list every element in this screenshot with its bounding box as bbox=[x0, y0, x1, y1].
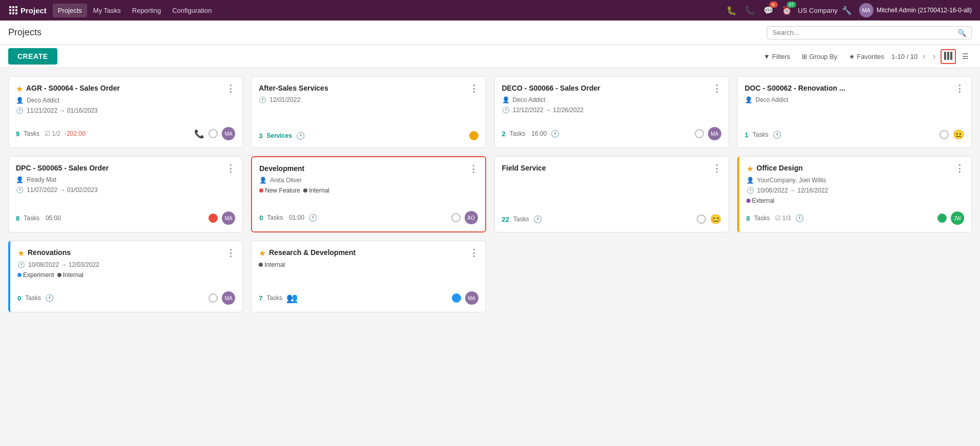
project-card-office-design[interactable]: ★ Office Design ⋮ 👤 YourCompany, Joel Wi… bbox=[737, 156, 972, 232]
phone-icon: 📞 bbox=[194, 129, 204, 139]
list-view-button[interactable]: ☰ bbox=[959, 50, 972, 62]
card-tags: External bbox=[746, 197, 964, 204]
smiley-icon: 😐 bbox=[953, 129, 964, 140]
tasks-done: ☑ 1/2 bbox=[45, 130, 60, 137]
more-menu-icon[interactable]: ⋮ bbox=[469, 248, 478, 258]
person-icon: 👤 bbox=[502, 96, 510, 103]
tag-dot-icon bbox=[57, 273, 61, 277]
page-title: Projects bbox=[8, 27, 761, 38]
menu-projects[interactable]: Projects bbox=[53, 4, 87, 17]
card-customer: 👤 Deco Addict bbox=[16, 97, 235, 104]
more-menu-icon[interactable]: ⋮ bbox=[469, 84, 478, 93]
menu-reporting[interactable]: Reporting bbox=[127, 4, 166, 17]
filters-button[interactable]: ▼ Filters bbox=[759, 51, 794, 62]
title-row: ★ Renovations bbox=[17, 248, 75, 258]
project-card-field-service[interactable]: Field Service ⋮ 22 Tasks 🕐 😊 bbox=[494, 156, 729, 232]
card-title: After-Sales Services bbox=[259, 84, 469, 92]
status-circle bbox=[695, 129, 704, 138]
wrench-icon[interactable]: 🔧 bbox=[842, 6, 852, 15]
user-avatar: MA bbox=[859, 3, 873, 17]
kanban-view-button[interactable] bbox=[941, 49, 956, 64]
project-card-doc[interactable]: DOC - S00062 - Renovation ... ⋮ 👤 Deco A… bbox=[737, 76, 972, 148]
card-tags: New Feature Internal bbox=[259, 187, 477, 194]
clock-icon-btn[interactable]: ⏰ 37 bbox=[780, 4, 794, 17]
menu-my-tasks[interactable]: My Tasks bbox=[88, 4, 126, 17]
project-card-dpc[interactable]: DPC - S00065 - Sales Order ⋮ 👤 Ready Mat… bbox=[8, 156, 243, 232]
tasks-label: Tasks bbox=[24, 215, 39, 222]
card-date: 🕐 11/21/2022 → 01/16/2023 bbox=[16, 107, 235, 114]
tag-label: Internal bbox=[309, 187, 329, 194]
user-menu[interactable]: MA Mitchell Admin (21700412-16-0-all) bbox=[856, 1, 975, 19]
user-avatar-sm: MA bbox=[465, 291, 478, 305]
tag-dot-icon bbox=[17, 273, 22, 277]
menu-configuration[interactable]: Configuration bbox=[167, 4, 217, 17]
tag-dot-icon bbox=[303, 188, 307, 193]
star-icon[interactable]: ★ bbox=[17, 248, 25, 258]
favorites-button[interactable]: ★ Favorites bbox=[845, 51, 888, 62]
date-range: 10/06/2022 → 12/16/2022 bbox=[757, 187, 828, 194]
clock-icon: 🕐 bbox=[16, 186, 24, 194]
svg-rect-1 bbox=[947, 52, 949, 60]
more-menu-icon[interactable]: ⋮ bbox=[712, 164, 721, 173]
card-footer: 0 Tasks 01:00 🕐 AO bbox=[259, 207, 477, 224]
search-input[interactable] bbox=[773, 29, 957, 36]
card-header: ★ Office Design ⋮ bbox=[746, 164, 964, 174]
project-card-agr[interactable]: ★ AGR - S00064 - Sales Order ⋮ 👤 Deco Ad… bbox=[8, 76, 243, 148]
card-header: After-Sales Services ⋮ bbox=[259, 84, 478, 93]
clock-small-icon: 🕐 bbox=[533, 215, 542, 223]
more-menu-icon[interactable]: ⋮ bbox=[226, 248, 235, 258]
tasks-count: 7 bbox=[259, 294, 262, 302]
debug-icon-btn[interactable]: 🐛 bbox=[724, 4, 739, 17]
card-footer: 22 Tasks 🕐 😊 bbox=[502, 209, 721, 225]
card-footer: 3 Services 🕐 bbox=[259, 127, 478, 140]
pager-next[interactable]: › bbox=[931, 51, 937, 62]
chat-icon-btn[interactable]: 💬 6 bbox=[761, 4, 776, 17]
project-card-development[interactable]: Development ⋮ 👤 Anita Oliver New Feature… bbox=[251, 156, 486, 232]
star-icon[interactable]: ★ bbox=[16, 84, 23, 94]
project-card-after-sales[interactable]: After-Sales Services ⋮ 🕐 12/01/2022 3 Se… bbox=[251, 76, 486, 148]
star-icon[interactable]: ★ bbox=[259, 248, 266, 258]
top-navigation: Project Projects My Tasks Reporting Conf… bbox=[0, 0, 980, 20]
card-header: Field Service ⋮ bbox=[502, 164, 721, 173]
status-circle bbox=[208, 214, 218, 223]
more-menu-icon[interactable]: ⋮ bbox=[226, 84, 235, 93]
project-card-research[interactable]: ★ Research & Development ⋮ Internal 7 Ta… bbox=[251, 241, 486, 312]
card-customer: 👤 YourCompany, Joel Willis bbox=[746, 177, 964, 184]
status-circle bbox=[469, 131, 478, 140]
tag-experiment: Experiment bbox=[17, 271, 54, 279]
more-menu-icon[interactable]: ⋮ bbox=[955, 164, 964, 173]
status-circle bbox=[940, 130, 949, 139]
phone-icon-btn[interactable]: 📞 bbox=[743, 4, 757, 17]
status-circle bbox=[937, 214, 947, 223]
star-icon[interactable]: ★ bbox=[746, 164, 754, 174]
tag-internal: Internal bbox=[57, 271, 84, 279]
tasks-count: 1 bbox=[745, 131, 748, 139]
card-header: ★ AGR - S00064 - Sales Order ⋮ bbox=[16, 84, 235, 94]
groupby-button[interactable]: ⊞ Group By bbox=[798, 51, 842, 62]
more-menu-icon[interactable]: ⋮ bbox=[226, 164, 235, 173]
title-row: ★ Research & Development bbox=[259, 248, 360, 258]
top-menu: Projects My Tasks Reporting Configuratio… bbox=[53, 4, 722, 17]
search-icon[interactable]: 🔍 bbox=[957, 29, 966, 37]
tasks-count: 9 bbox=[16, 130, 19, 138]
pager-prev[interactable]: ‹ bbox=[921, 51, 927, 62]
more-menu-icon[interactable]: ⋮ bbox=[469, 164, 478, 174]
user-avatar-sm: AO bbox=[465, 211, 478, 224]
tasks-label: Tasks bbox=[24, 130, 39, 137]
customer-name: Deco Addict bbox=[27, 97, 59, 104]
clock-icon: 🕐 bbox=[16, 107, 24, 114]
project-card-renovations[interactable]: ★ Renovations ⋮ 🕐 10/08/2022 → 12/03/202… bbox=[8, 241, 243, 312]
card-date: 🕐 10/08/2022 → 12/03/2022 bbox=[17, 261, 235, 268]
card-date: 🕐 12/01/2022 bbox=[259, 96, 478, 103]
app-logo[interactable]: Project bbox=[5, 4, 51, 17]
create-button[interactable]: CREATE bbox=[8, 48, 57, 65]
more-menu-icon[interactable]: ⋮ bbox=[712, 84, 721, 93]
filter-icon: ▼ bbox=[763, 53, 770, 60]
clock-icon: 🕐 bbox=[259, 96, 266, 103]
more-menu-icon[interactable]: ⋮ bbox=[955, 84, 964, 93]
clock-icon: 🕐 bbox=[746, 187, 754, 194]
project-card-deco[interactable]: DECO - S00066 - Sales Order ⋮ 👤 Deco Add… bbox=[494, 76, 729, 148]
tag-label: Internal bbox=[264, 261, 285, 268]
card-header: ★ Research & Development ⋮ bbox=[259, 248, 478, 258]
tasks-label: Tasks bbox=[754, 215, 770, 222]
